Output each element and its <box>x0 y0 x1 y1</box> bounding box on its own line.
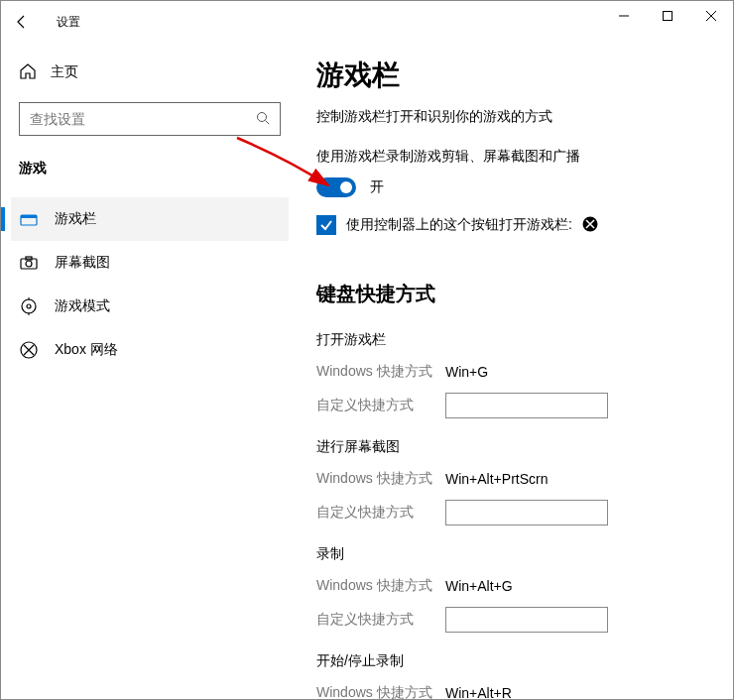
shortcut-group: 打开游戏栏Windows 快捷方式Win+G自定义快捷方式 <box>316 331 713 422</box>
content-pane: 游戏栏 控制游戏栏打开和识别你的游戏的方式 使用游戏栏录制游戏剪辑、屏幕截图和广… <box>299 43 733 699</box>
custom-shortcut-label: 自定义快捷方式 <box>316 397 445 414</box>
windows-shortcut-value: Win+Alt+PrtScrn <box>445 471 548 487</box>
shortcut-group-title: 录制 <box>316 545 713 563</box>
game-bar-icon <box>19 209 39 229</box>
custom-shortcut-label: 自定义快捷方式 <box>316 504 445 522</box>
home-icon <box>19 62 37 83</box>
svg-point-4 <box>258 112 267 121</box>
svg-line-5 <box>266 120 270 124</box>
sidebar-item-label: 游戏栏 <box>55 210 96 228</box>
svg-point-9 <box>26 261 32 267</box>
close-button[interactable] <box>689 1 733 31</box>
game-bar-toggle[interactable] <box>316 177 356 197</box>
shortcut-group-title: 进行屏幕截图 <box>316 438 713 456</box>
checkbox-label: 使用控制器上的这个按钮打开游戏栏: <box>346 216 572 234</box>
home-label: 主页 <box>51 63 78 81</box>
svg-point-11 <box>22 299 36 313</box>
custom-shortcut-input[interactable] <box>445 500 608 525</box>
svg-point-12 <box>27 304 31 308</box>
shortcut-group-title: 打开游戏栏 <box>316 331 713 349</box>
windows-shortcut-value: Win+Alt+G <box>445 578 513 594</box>
window-title: 设置 <box>57 14 80 31</box>
search-input[interactable] <box>30 111 256 127</box>
sidebar: 主页 游戏 游戏栏 屏幕截图 游戏模式 <box>1 43 299 699</box>
xbox-icon <box>19 340 39 360</box>
sidebar-item-label: Xbox 网络 <box>55 341 118 359</box>
shortcut-group: 录制Windows 快捷方式Win+Alt+G自定义快捷方式 <box>316 545 713 637</box>
sidebar-item-captures[interactable]: 屏幕截图 <box>11 241 289 285</box>
toggle-description: 使用游戏栏录制游戏剪辑、屏幕截图和广播 <box>316 148 713 166</box>
custom-shortcut-input[interactable] <box>445 607 608 633</box>
search-box[interactable] <box>19 102 281 136</box>
windows-shortcut-label: Windows 快捷方式 <box>316 470 445 488</box>
shortcut-group: 开始/停止录制Windows 快捷方式Win+Alt+R自定义快捷方式 <box>316 652 713 699</box>
sidebar-item-game-bar[interactable]: 游戏栏 <box>11 197 289 241</box>
shortcut-group-title: 开始/停止录制 <box>316 652 713 670</box>
windows-shortcut-label: Windows 快捷方式 <box>316 363 445 381</box>
windows-shortcut-value: Win+Alt+R <box>445 685 512 699</box>
custom-shortcut-input[interactable] <box>445 393 608 418</box>
toggle-state-label: 开 <box>370 178 384 196</box>
custom-shortcut-label: 自定义快捷方式 <box>316 611 445 629</box>
captures-icon <box>19 253 39 273</box>
window-controls <box>602 1 733 31</box>
game-mode-icon <box>19 296 39 316</box>
search-icon <box>256 111 270 128</box>
svg-rect-7 <box>21 215 37 218</box>
xbox-button-icon <box>582 216 598 235</box>
shortcut-group: 进行屏幕截图Windows 快捷方式Win+Alt+PrtScrn自定义快捷方式 <box>316 438 713 529</box>
home-nav[interactable]: 主页 <box>11 53 289 92</box>
maximize-button[interactable] <box>646 1 689 31</box>
windows-shortcut-label: Windows 快捷方式 <box>316 684 445 699</box>
sidebar-item-label: 屏幕截图 <box>55 254 110 272</box>
sidebar-item-game-mode[interactable]: 游戏模式 <box>11 285 289 328</box>
windows-shortcut-label: Windows 快捷方式 <box>316 577 445 595</box>
sidebar-item-xbox-networking[interactable]: Xbox 网络 <box>11 328 289 372</box>
titlebar: 设置 <box>1 1 733 43</box>
page-title: 游戏栏 <box>316 57 713 94</box>
sidebar-item-label: 游戏模式 <box>55 297 110 315</box>
windows-shortcut-value: Win+G <box>445 364 488 380</box>
back-button[interactable] <box>1 1 43 43</box>
category-header: 游戏 <box>11 154 289 197</box>
svg-rect-1 <box>664 12 673 21</box>
controller-checkbox[interactable] <box>316 215 336 235</box>
minimize-button[interactable] <box>602 1 646 31</box>
shortcuts-heading: 键盘快捷方式 <box>316 281 713 307</box>
page-description: 控制游戏栏打开和识别你的游戏的方式 <box>316 108 713 126</box>
